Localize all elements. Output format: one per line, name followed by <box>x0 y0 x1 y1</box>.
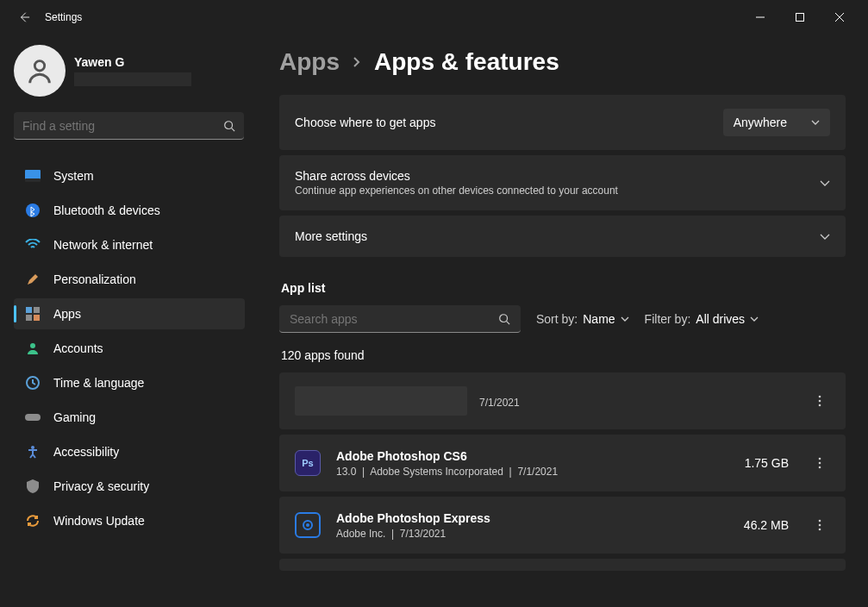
app-list-label: App list <box>281 281 846 295</box>
svg-point-19 <box>819 462 821 465</box>
sidebar-item-label: Apps <box>53 307 81 321</box>
sidebar-item-time[interactable]: Time & language <box>14 367 245 398</box>
sidebar-item-apps[interactable]: Apps <box>14 298 245 329</box>
sidebar-item-label: Bluetooth & devices <box>53 203 160 217</box>
breadcrumb-root[interactable]: Apps <box>279 48 340 76</box>
shield-icon <box>24 478 41 495</box>
sidebar-item-accessibility[interactable]: Accessibility <box>14 436 245 467</box>
svg-point-23 <box>819 520 821 523</box>
sidebar-item-label: Windows Update <box>53 514 145 528</box>
svg-point-20 <box>819 466 821 469</box>
window-title: Settings <box>45 11 740 23</box>
sidebar-item-update[interactable]: Windows Update <box>14 505 245 536</box>
filter-value: All drives <box>696 312 745 326</box>
avatar <box>14 45 66 97</box>
svg-point-1 <box>34 61 44 71</box>
sidebar-item-label: Privacy & security <box>53 479 149 493</box>
app-meta: Adobe Inc. | 7/13/2021 <box>336 528 744 540</box>
sidebar-item-accounts[interactable]: Accounts <box>14 333 245 364</box>
chevron-right-icon <box>352 57 362 67</box>
system-icon <box>24 167 41 185</box>
svg-point-22 <box>306 523 309 527</box>
svg-point-10 <box>30 343 35 348</box>
dropdown-value: Anywhere <box>734 116 787 129</box>
svg-rect-9 <box>34 315 40 321</box>
app-size: 46.2 MB <box>744 518 789 532</box>
sort-by-dropdown[interactable]: Sort by: Name <box>536 312 629 326</box>
profile-name: Yawen G <box>74 55 191 69</box>
app-meta: 13.0 | Adobe Systems Incorporated | 7/1/… <box>336 466 745 478</box>
search-input[interactable] <box>22 119 223 133</box>
filter-by-dropdown[interactable]: Filter by: All drives <box>645 312 759 326</box>
app-icon <box>295 512 321 538</box>
clock-icon <box>24 374 41 391</box>
profile-email-redacted <box>74 72 191 86</box>
app-row-partial[interactable] <box>279 559 846 571</box>
sidebar-item-personalization[interactable]: Personalization <box>14 264 245 295</box>
chevron-down-icon <box>811 120 820 125</box>
svg-point-24 <box>819 524 821 527</box>
sidebar-item-label: Time & language <box>53 376 144 390</box>
app-count: 120 apps found <box>281 348 846 362</box>
card-app-source: Choose where to get apps Anywhere <box>279 95 846 150</box>
svg-rect-8 <box>26 315 32 321</box>
app-search[interactable] <box>279 305 521 333</box>
gaming-icon <box>24 409 41 426</box>
update-icon <box>24 512 41 529</box>
settings-search[interactable] <box>14 112 244 140</box>
minimize-button[interactable] <box>740 4 780 30</box>
chevron-down-icon <box>621 316 629 322</box>
sidebar-item-system[interactable]: System <box>14 160 245 191</box>
wifi-icon <box>24 236 41 253</box>
sidebar-item-gaming[interactable]: Gaming <box>14 402 245 433</box>
more-button[interactable] <box>809 453 830 473</box>
svg-point-16 <box>819 400 821 403</box>
app-search-input[interactable] <box>290 312 498 326</box>
bluetooth-icon <box>24 202 41 219</box>
app-source-dropdown[interactable]: Anywhere <box>723 109 830 136</box>
profile-block[interactable]: Yawen G <box>14 45 245 97</box>
app-row[interactable]: Adobe Photoshop Express Adobe Inc. | 7/1… <box>279 497 846 554</box>
svg-rect-4 <box>25 178 41 182</box>
svg-point-18 <box>819 458 821 460</box>
card-more-settings[interactable]: More settings <box>279 216 846 257</box>
sidebar-item-label: Network & internet <box>53 238 153 252</box>
svg-rect-12 <box>25 414 41 421</box>
card-share-devices[interactable]: Share across devices Continue app experi… <box>279 155 846 210</box>
card-title: Share across devices <box>295 169 820 183</box>
more-button[interactable] <box>809 515 830 535</box>
sidebar-item-label: Accessibility <box>53 445 119 459</box>
filter-label: Filter by: <box>645 312 691 326</box>
titlebar: Settings <box>0 0 868 34</box>
card-title: More settings <box>295 229 820 243</box>
sidebar-item-network[interactable]: Network & internet <box>14 229 245 260</box>
accessibility-icon <box>24 443 41 460</box>
svg-point-13 <box>31 446 34 449</box>
search-icon <box>498 313 510 325</box>
paintbrush-icon <box>24 271 41 288</box>
page-title: Apps & features <box>374 48 559 76</box>
app-name: Adobe Photoshop Express <box>336 511 744 525</box>
svg-point-15 <box>819 396 821 398</box>
svg-point-17 <box>819 404 821 407</box>
maximize-button[interactable] <box>780 4 820 30</box>
more-button[interactable] <box>809 391 830 411</box>
sidebar: Yawen G System Bluetooth & devices Netwo… <box>0 34 259 607</box>
app-row[interactable]: Ps Adobe Photoshop CS6 13.0 | Adobe Syst… <box>279 435 846 491</box>
svg-rect-7 <box>34 307 40 313</box>
app-icon: Ps <box>295 450 321 476</box>
sidebar-item-privacy[interactable]: Privacy & security <box>14 471 245 502</box>
accounts-icon <box>24 340 41 357</box>
card-title: Choose where to get apps <box>295 116 723 129</box>
main-content: Apps Apps & features Choose where to get… <box>259 34 868 607</box>
sidebar-item-label: Accounts <box>53 341 103 355</box>
close-button[interactable] <box>820 4 859 30</box>
sidebar-item-label: System <box>53 169 94 183</box>
back-button[interactable] <box>16 9 33 26</box>
app-row[interactable]: 7/1/2021 <box>279 372 846 429</box>
sidebar-item-bluetooth[interactable]: Bluetooth & devices <box>14 195 245 226</box>
svg-rect-0 <box>796 14 804 22</box>
sort-value: Name <box>583 312 615 326</box>
sidebar-item-label: Personalization <box>53 272 136 286</box>
app-size: 1.75 GB <box>745 456 789 470</box>
